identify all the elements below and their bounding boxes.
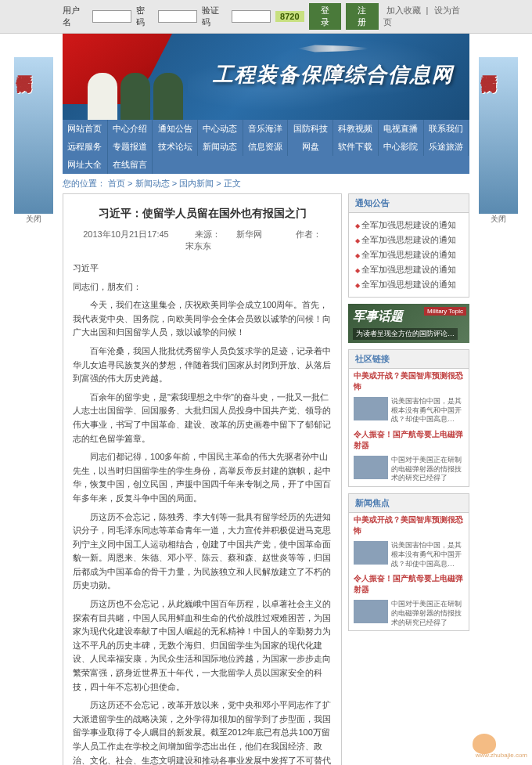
nav-item[interactable]: 科教视频 xyxy=(333,120,379,138)
notice-item[interactable]: 全军加强思想建设的通知 xyxy=(355,218,462,233)
nav-item[interactable]: 网盘 xyxy=(288,138,333,156)
left-ad[interactable]: 提高警惕严防保 关闭 xyxy=(14,57,53,214)
side-news-desc: 说美国害怕中国，是其根本没有勇气和中国开战？却使中国高息… xyxy=(391,541,464,568)
article-meta: 2013年10月21日17:45 来源：新华网 作者：宋东东 xyxy=(73,229,332,252)
nav-item[interactable]: 在线留言 xyxy=(108,156,153,174)
article-paragraph: 同志们都记得，100多年前，中国民主革命的伟大先驱者孙中山先生，以当时归国留学生… xyxy=(73,450,332,505)
article-paragraph: 历这历也不会忘记，从此巍峨中国百年历程，以卓著社会主义的探索有目共睹，中国人民用… xyxy=(73,597,332,694)
nav-item[interactable]: 乐途旅游 xyxy=(424,138,469,156)
article: 习近平：使留学人员留在国外也有报国之门 2013年10月21日17:45 来源：… xyxy=(63,193,342,765)
side-news-title[interactable]: 令人振奋！国产航母要上电磁弹射器 xyxy=(349,572,469,597)
register-button[interactable]: 注册 xyxy=(346,3,379,30)
article-paragraph: 百年沧桑，我国人批批优秀留学人员负笈求学的足迹，记录着中华儿女追寻民族复兴的梦想… xyxy=(73,345,332,386)
focus-title: 新闻焦点 xyxy=(349,494,469,513)
nav-item[interactable]: 电视直播 xyxy=(379,120,424,138)
thumbnail-image xyxy=(354,541,388,565)
site-title: 工程装备保障综合信息网 xyxy=(213,61,454,88)
notice-box: 通知公告 全军加强思想建设的通知全军加强思想建设的通知全军加强思想建设的通知全军… xyxy=(348,193,469,298)
notice-item[interactable]: 全军加强思想建设的通知 xyxy=(355,277,462,292)
article-paragraph: 历这历不会忘记，陈独秀、李大钊等一批具有留学经历的先进知识分子，同毛泽东同志等革… xyxy=(73,511,332,594)
nav-item[interactable]: 新闻动态 xyxy=(198,138,243,156)
nav-item[interactable]: 音乐海洋 xyxy=(243,120,289,138)
breadcrumb-home[interactable]: 首页 xyxy=(108,179,125,188)
breadcrumb: 您的位置： 首页 > 新闻动态 > 国内新闻 > 正文 xyxy=(63,174,469,193)
article-paragraph: 习近平 xyxy=(73,262,332,276)
article-paragraph: 今天，我们在这里集会，庆祝欧美同学会成立100周年。首先，我代表党中央、国务院，… xyxy=(73,298,332,340)
nav-item[interactable]: 信息资源 xyxy=(243,138,289,156)
sidebar: 通知公告 全军加强思想建设的通知全军加强思想建设的通知全军加强思想建设的通知全军… xyxy=(348,193,469,765)
password-label: 密码 xyxy=(136,5,153,28)
zhubajie-watermark: www.zhubajie.com xyxy=(473,732,527,760)
site-banner: 工程装备保障综合信息网 xyxy=(63,34,469,120)
breadcrumb-cat1[interactable]: 新闻动态 xyxy=(135,179,170,188)
side-news-title[interactable]: 中美或开战？美国智库预测很恐怖 xyxy=(349,513,469,538)
nav-item[interactable]: 软件下载 xyxy=(333,138,379,156)
notice-title: 通知公告 xyxy=(349,194,469,213)
notice-item[interactable]: 全军加强思想建设的通知 xyxy=(355,233,462,247)
nav-item[interactable]: 专题报道 xyxy=(108,138,153,156)
nav-item[interactable]: 国防科技 xyxy=(288,120,333,138)
username-input[interactable] xyxy=(92,10,131,23)
breadcrumb-current: 正文 xyxy=(224,179,241,188)
side-news-title[interactable]: 令人振奋！国产航母要上电磁弹射器 xyxy=(349,428,469,453)
main-nav: 网站首页中心介绍通知公告中心动态音乐海洋国防科技科教视频电视直播联系我们远程服务… xyxy=(63,120,469,174)
thumbnail-image xyxy=(354,600,388,623)
community-title: 社区链接 xyxy=(349,350,469,369)
side-news-item[interactable]: 说美国害怕中国，是其根本没有勇气和中国开战？却使中国高息… xyxy=(349,538,469,572)
side-news-item[interactable]: 说美国害怕中国，是其根本没有勇气和中国开战？却使中国高息… xyxy=(349,394,469,428)
side-news-item[interactable]: 中国对于美国正在研制的电磁弹射器的情报技术的研究已经得了 xyxy=(349,597,469,630)
top-bar: 用户名 密码 验证码 8720 登录 注册 加入收藏 | 设为首页 xyxy=(0,0,532,34)
captcha-image: 8720 xyxy=(275,11,304,22)
side-news-desc: 说美国害怕中国，是其根本没有勇气和中国开战？却使中国高息… xyxy=(391,397,464,424)
nav-item[interactable]: 联系我们 xyxy=(424,120,469,138)
captcha-input[interactable] xyxy=(232,10,271,23)
side-news-item[interactable]: 中国对于美国正在研制的电磁弹射器的情报技术的研究已经得了 xyxy=(349,453,469,486)
username-label: 用户名 xyxy=(63,5,88,28)
password-input[interactable] xyxy=(158,10,197,23)
nav-item[interactable]: 远程服务 xyxy=(63,138,108,156)
nav-item[interactable]: 技术论坛 xyxy=(153,138,198,156)
article-paragraph: 历这历还不会忘记，改革开放以来，党中央和邓小平同志作了扩大派遣留学生的战略决策，… xyxy=(73,698,332,765)
community-box: 社区链接 中美或开战？美国智库预测很恐怖说美国害怕中国，是其根本没有勇气和中国开… xyxy=(348,349,469,487)
article-paragraph: 百余年的留学史，是"索我理想之中华"的奋斗史，一批又一批仁人志士出国留学、回国服… xyxy=(73,391,332,446)
nav-item[interactable]: 中心影院 xyxy=(379,138,424,156)
favorite-link[interactable]: 加入收藏 xyxy=(386,5,421,15)
military-topic-banner[interactable]: 军事话题 Military Topic 为读者呈现全方位的国防评论… xyxy=(348,304,469,343)
focus-box: 新闻焦点 中美或开战？美国智库预测很恐怖说美国害怕中国，是其根本没有勇气和中国开… xyxy=(348,493,469,631)
side-news-desc: 中国对于美国正在研制的电磁弹射器的情报技术的研究已经得了 xyxy=(391,600,464,627)
notice-item[interactable]: 全军加强思想建设的通知 xyxy=(355,247,462,262)
login-button[interactable]: 登录 xyxy=(309,3,342,30)
thumbnail-image xyxy=(354,397,388,420)
nav-item[interactable]: 中心介绍 xyxy=(108,120,153,138)
close-ad-left[interactable]: 关闭 xyxy=(26,214,41,225)
side-news-title[interactable]: 中美或开战？美国智库预测很恐怖 xyxy=(349,369,469,394)
breadcrumb-cat2[interactable]: 国内新闻 xyxy=(179,179,214,188)
nav-item[interactable]: 通知公告 xyxy=(153,120,198,138)
nav-item[interactable]: 中心动态 xyxy=(198,120,243,138)
captcha-label: 验证码 xyxy=(202,5,227,28)
notice-item[interactable]: 全军加强思想建设的通知 xyxy=(355,262,462,277)
thumbnail-image xyxy=(354,456,388,479)
nav-item[interactable]: 网址大全 xyxy=(63,156,108,174)
close-ad-right[interactable]: 关闭 xyxy=(491,214,506,225)
nav-item[interactable]: 网站首页 xyxy=(63,120,108,138)
article-title: 习近平：使留学人员留在国外也有报国之门 xyxy=(73,207,332,221)
right-ad[interactable]: 提高警惕严防保 关闭 xyxy=(479,57,518,214)
side-news-desc: 中国对于美国正在研制的电磁弹射器的情报技术的研究已经得了 xyxy=(391,456,464,483)
article-paragraph: 同志们，朋友们： xyxy=(73,280,332,294)
